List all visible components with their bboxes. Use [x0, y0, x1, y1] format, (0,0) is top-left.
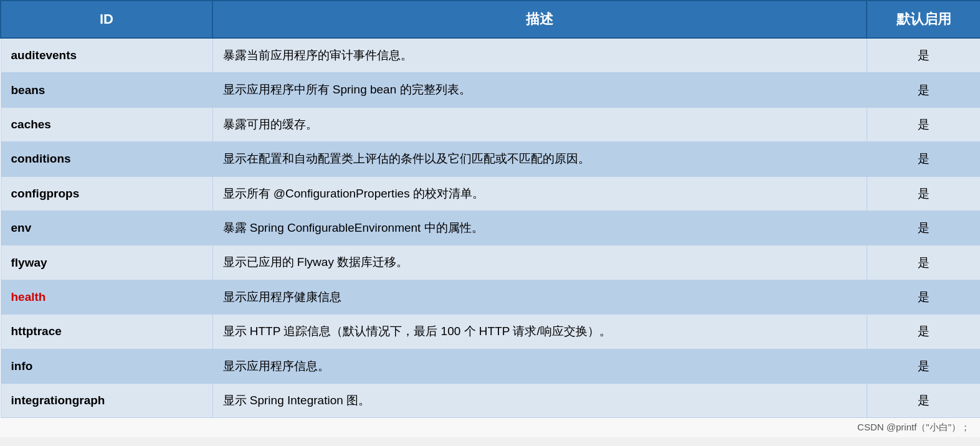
table-row: configprops显示所有 @ConfigurationProperties…	[1, 176, 980, 211]
table-row: conditions显示在配置和自动配置类上评估的条件以及它们匹配或不匹配的原因…	[1, 142, 980, 176]
header-id: ID	[1, 1, 212, 38]
table-row: auditevents暴露当前应用程序的审计事件信息。是	[1, 38, 980, 73]
cell-default: 是	[867, 383, 980, 417]
cell-default: 是	[867, 38, 980, 73]
table-row: env暴露 Spring ConfigurableEnvironment 中的属…	[1, 211, 980, 245]
cell-default: 是	[867, 73, 980, 107]
cell-default: 是	[867, 142, 980, 176]
cell-desc: 显示应用程序健康信息	[212, 280, 867, 314]
table-row: flyway显示已应用的 Flyway 数据库迁移。是	[1, 245, 980, 280]
cell-id: env	[1, 211, 212, 245]
table-row: caches暴露可用的缓存。是	[1, 107, 980, 141]
cell-desc: 暴露当前应用程序的审计事件信息。	[212, 38, 867, 73]
cell-desc: 显示 Spring Integration 图。	[212, 383, 867, 417]
cell-desc: 显示已应用的 Flyway 数据库迁移。	[212, 245, 867, 280]
footer-text: CSDN @printf（"小白"）；	[857, 422, 970, 432]
header-default: 默认启用	[867, 1, 980, 38]
cell-default: 是	[867, 245, 980, 280]
cell-desc: 暴露可用的缓存。	[212, 107, 867, 141]
cell-id: beans	[1, 73, 212, 107]
cell-default: 是	[867, 315, 980, 349]
cell-desc: 显示在配置和自动配置类上评估的条件以及它们匹配或不匹配的原因。	[212, 142, 867, 176]
table-wrapper: ID 描述 默认启用 auditevents暴露当前应用程序的审计事件信息。是b…	[0, 0, 980, 418]
table-row: health显示应用程序健康信息是	[1, 280, 980, 314]
cell-id: auditevents	[1, 38, 212, 73]
cell-desc: 暴露 Spring ConfigurableEnvironment 中的属性。	[212, 211, 867, 245]
table-row: integrationgraph显示 Spring Integration 图。…	[1, 383, 980, 417]
cell-default: 是	[867, 349, 980, 383]
table-row: httptrace显示 HTTP 追踪信息（默认情况下，最后 100 个 HTT…	[1, 315, 980, 349]
cell-id: info	[1, 349, 212, 383]
cell-default: 是	[867, 211, 980, 245]
cell-id: conditions	[1, 142, 212, 176]
cell-id: integrationgraph	[1, 383, 212, 417]
main-table: ID 描述 默认启用 auditevents暴露当前应用程序的审计事件信息。是b…	[0, 0, 980, 418]
cell-desc: 显示应用程序中所有 Spring bean 的完整列表。	[212, 73, 867, 107]
cell-default: 是	[867, 176, 980, 211]
cell-default: 是	[867, 107, 980, 141]
cell-desc: 显示应用程序信息。	[212, 349, 867, 383]
table-row: info显示应用程序信息。是	[1, 349, 980, 383]
cell-id: health	[1, 280, 212, 314]
cell-desc: 显示 HTTP 追踪信息（默认情况下，最后 100 个 HTTP 请求/响应交换…	[212, 315, 867, 349]
footer: CSDN @printf（"小白"）；	[0, 418, 980, 437]
cell-id: httptrace	[1, 315, 212, 349]
cell-id: configprops	[1, 176, 212, 211]
table-header-row: ID 描述 默认启用	[1, 1, 980, 38]
cell-id: caches	[1, 107, 212, 141]
table-row: beans显示应用程序中所有 Spring bean 的完整列表。是	[1, 73, 980, 107]
cell-default: 是	[867, 280, 980, 314]
header-desc: 描述	[212, 1, 867, 38]
cell-id: flyway	[1, 245, 212, 280]
cell-desc: 显示所有 @ConfigurationProperties 的校对清单。	[212, 176, 867, 211]
